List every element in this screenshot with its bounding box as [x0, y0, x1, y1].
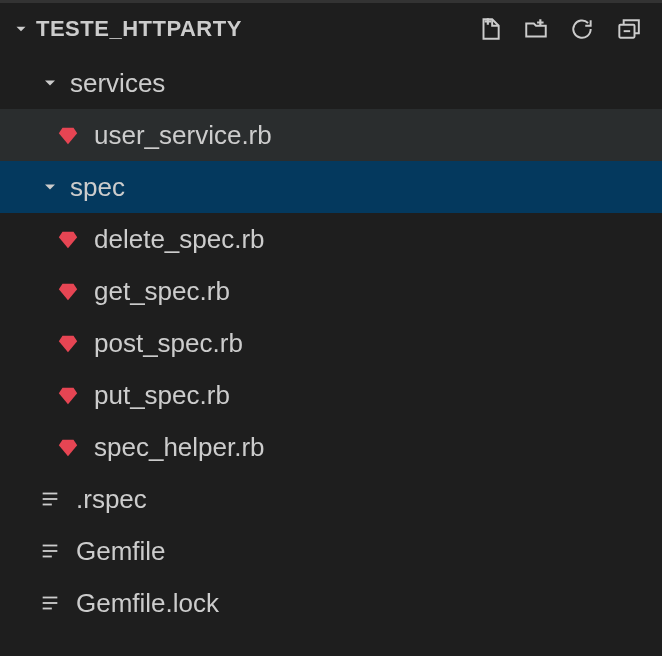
file-post-spec[interactable]: post_spec.rb — [0, 317, 662, 369]
file-label: Gemfile.lock — [76, 588, 219, 619]
project-title: TESTE_HTTPARTY — [36, 16, 242, 42]
folder-spec[interactable]: spec — [0, 161, 662, 213]
file-label: Gemfile — [76, 536, 166, 567]
explorer-header-left[interactable]: TESTE_HTTPARTY — [10, 16, 476, 42]
file-label: delete_spec.rb — [94, 224, 265, 255]
chevron-down-icon — [38, 175, 62, 199]
file-user-service[interactable]: user_service.rb — [0, 109, 662, 161]
ruby-icon — [56, 279, 80, 303]
file-tree: services user_service.rb spec delete_spe… — [0, 55, 662, 629]
explorer-header: TESTE_HTTPARTY — [0, 3, 662, 55]
header-actions — [476, 15, 654, 43]
ruby-icon — [56, 227, 80, 251]
file-put-spec[interactable]: put_spec.rb — [0, 369, 662, 421]
file-label: spec_helper.rb — [94, 432, 265, 463]
file-label: get_spec.rb — [94, 276, 230, 307]
folder-label: services — [70, 68, 165, 99]
ruby-icon — [56, 123, 80, 147]
file-spec-helper[interactable]: spec_helper.rb — [0, 421, 662, 473]
file-gemfile-lock[interactable]: Gemfile.lock — [0, 577, 662, 629]
file-gemfile[interactable]: Gemfile — [0, 525, 662, 577]
refresh-button[interactable] — [568, 15, 596, 43]
file-label: user_service.rb — [94, 120, 272, 151]
text-file-icon — [38, 487, 62, 511]
file-label: put_spec.rb — [94, 380, 230, 411]
chevron-down-icon — [38, 71, 62, 95]
folder-label: spec — [70, 172, 125, 203]
file-rspec[interactable]: .rspec — [0, 473, 662, 525]
ruby-icon — [56, 383, 80, 407]
ruby-icon — [56, 331, 80, 355]
chevron-down-icon — [10, 18, 32, 40]
text-file-icon — [38, 591, 62, 615]
new-file-button[interactable] — [476, 15, 504, 43]
file-label: post_spec.rb — [94, 328, 243, 359]
folder-services[interactable]: services — [0, 57, 662, 109]
text-file-icon — [38, 539, 62, 563]
file-delete-spec[interactable]: delete_spec.rb — [0, 213, 662, 265]
new-folder-button[interactable] — [522, 15, 550, 43]
collapse-all-button[interactable] — [614, 15, 642, 43]
file-label: .rspec — [76, 484, 147, 515]
ruby-icon — [56, 435, 80, 459]
file-get-spec[interactable]: get_spec.rb — [0, 265, 662, 317]
